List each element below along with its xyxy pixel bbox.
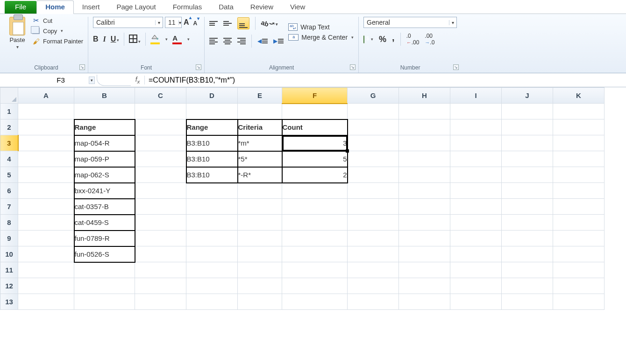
clipboard-dialog-launcher[interactable]: ↘ — [79, 64, 85, 70]
cell-J11[interactable] — [502, 262, 553, 278]
cell-E10[interactable] — [238, 246, 282, 262]
merge-dropdown-icon[interactable]: ▾ — [351, 35, 354, 40]
comma-button[interactable]: , — [392, 32, 395, 43]
spreadsheet-grid[interactable]: A B C D E F G H I J K 1 2 Range Range Cr… — [0, 87, 605, 310]
cell-J3[interactable] — [502, 135, 553, 151]
paste-dropdown-icon[interactable]: ▾ — [16, 44, 19, 49]
cell-C3[interactable] — [135, 135, 186, 151]
cell-C7[interactable] — [135, 199, 186, 215]
align-left-button[interactable] — [209, 38, 218, 44]
align-middle-button[interactable] — [223, 21, 232, 26]
font-name-dropdown-icon[interactable]: ▾ — [155, 20, 163, 25]
cell-G10[interactable] — [348, 246, 399, 262]
row-header-6[interactable]: 6 — [0, 183, 18, 199]
cell-J5[interactable] — [502, 167, 553, 183]
cell-A11[interactable] — [18, 262, 74, 278]
cell-J4[interactable] — [502, 151, 553, 167]
cell-F4[interactable]: 5 — [282, 151, 348, 167]
decrease-decimal-button[interactable]: .00→.0 — [425, 33, 434, 46]
cell-J1[interactable] — [502, 104, 553, 119]
borders-dropdown-icon[interactable]: ▾ — [138, 39, 141, 44]
cell-K8[interactable] — [553, 215, 605, 231]
cell-C9[interactable] — [135, 231, 186, 246]
cell-D5[interactable]: B3:B10 — [186, 167, 238, 183]
font-size-combo[interactable]: 11 ▾ — [165, 17, 182, 28]
cell-A6[interactable] — [18, 183, 74, 199]
cell-E9[interactable] — [238, 231, 282, 246]
cell-H9[interactable] — [399, 231, 450, 246]
cell-F12[interactable] — [282, 278, 348, 294]
cell-I4[interactable] — [450, 151, 502, 167]
cell-E3[interactable]: *m* — [238, 135, 282, 151]
increase-indent-button[interactable]: ▶ — [273, 38, 284, 44]
cell-F9[interactable] — [282, 231, 348, 246]
cell-K1[interactable] — [553, 104, 605, 119]
cell-H6[interactable] — [399, 183, 450, 199]
cell-G7[interactable] — [348, 199, 399, 215]
align-bottom-button[interactable] — [237, 17, 249, 29]
cell-C11[interactable] — [135, 262, 186, 278]
col-header-G[interactable]: G — [348, 88, 399, 104]
cell-G6[interactable] — [348, 183, 399, 199]
cell-B10[interactable]: fun-0526-S — [74, 246, 135, 262]
cell-I3[interactable] — [450, 135, 502, 151]
cell-B6[interactable]: bxx-0241-Y — [74, 183, 135, 199]
cell-B3[interactable]: map-054-R — [74, 135, 135, 151]
row-header-8[interactable]: 8 — [0, 215, 18, 231]
cell-H5[interactable] — [399, 167, 450, 183]
cell-K3[interactable] — [553, 135, 605, 151]
cell-E7[interactable] — [238, 199, 282, 215]
cell-H11[interactable] — [399, 262, 450, 278]
cell-D13[interactable] — [186, 294, 238, 310]
decrease-indent-button[interactable]: ◀ — [257, 38, 268, 44]
cell-A5[interactable] — [18, 167, 74, 183]
cell-I6[interactable] — [450, 183, 502, 199]
fill-color-dropdown-icon[interactable]: ▾ — [165, 37, 168, 42]
cell-K4[interactable] — [553, 151, 605, 167]
row-header-13[interactable]: 13 — [0, 294, 18, 310]
font-color-button[interactable]: A — [172, 34, 182, 44]
underline-dropdown-icon[interactable]: ▾ — [117, 38, 119, 42]
cell-B2[interactable]: Range — [74, 119, 135, 135]
tab-insert[interactable]: Insert — [74, 1, 108, 14]
cell-B13[interactable] — [74, 294, 135, 310]
row-header-4[interactable]: 4 — [0, 151, 18, 167]
cell-B7[interactable]: cat-0357-B — [74, 199, 135, 215]
row-header-7[interactable]: 7 — [0, 199, 18, 215]
font-dialog-launcher[interactable]: ↘ — [196, 64, 201, 70]
cell-G4[interactable] — [348, 151, 399, 167]
cell-G5[interactable] — [348, 167, 399, 183]
row-header-5[interactable]: 5 — [0, 167, 18, 183]
cell-E6[interactable] — [238, 183, 282, 199]
cell-H8[interactable] — [399, 215, 450, 231]
cell-G13[interactable] — [348, 294, 399, 310]
name-box-dropdown-icon[interactable]: ▾ — [89, 77, 95, 84]
cell-D8[interactable] — [186, 215, 238, 231]
align-top-button[interactable] — [209, 21, 218, 26]
cell-J13[interactable] — [502, 294, 553, 310]
cell-K9[interactable] — [553, 231, 605, 246]
cell-K13[interactable] — [553, 294, 605, 310]
cell-A1[interactable] — [18, 104, 74, 119]
format-painter-button[interactable]: 🖌 Format Painter — [32, 37, 83, 45]
cell-D1[interactable] — [186, 104, 238, 119]
fill-color-button[interactable] — [150, 34, 160, 44]
align-right-button[interactable] — [237, 38, 246, 44]
row-header-11[interactable]: 11 — [0, 262, 18, 278]
cell-B12[interactable] — [74, 278, 135, 294]
cell-D6[interactable] — [186, 183, 238, 199]
alignment-dialog-launcher[interactable]: ↘ — [350, 64, 356, 70]
cell-H2[interactable] — [399, 119, 450, 135]
cell-F8[interactable] — [282, 215, 348, 231]
cell-A13[interactable] — [18, 294, 74, 310]
cell-E12[interactable] — [238, 278, 282, 294]
cell-K10[interactable] — [553, 246, 605, 262]
cut-button[interactable]: ✂ Cut — [32, 17, 83, 24]
cell-F10[interactable] — [282, 246, 348, 262]
cell-E5[interactable]: *-R* — [238, 167, 282, 183]
borders-button[interactable]: ▾ — [129, 35, 141, 44]
cell-H1[interactable] — [399, 104, 450, 119]
cell-B1[interactable] — [74, 104, 135, 119]
cell-B4[interactable]: map-059-P — [74, 151, 135, 167]
bold-button[interactable]: B — [93, 35, 99, 43]
